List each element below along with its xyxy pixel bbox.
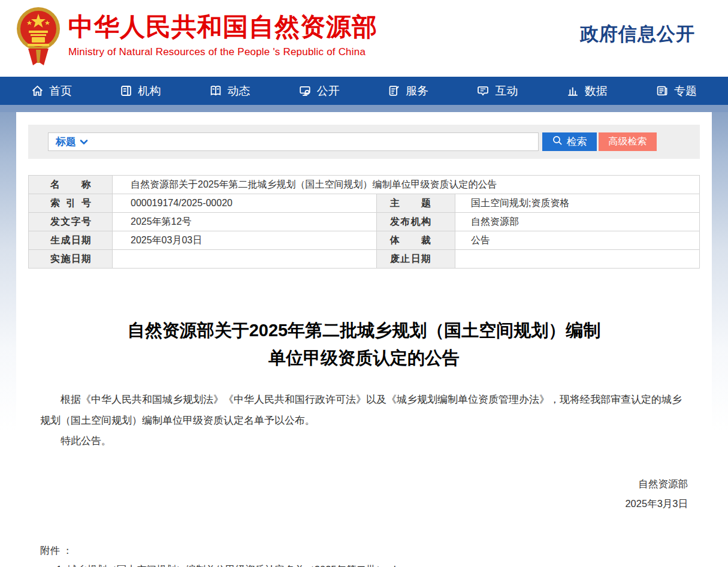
nav-label: 数据 <box>585 83 608 99</box>
meta-value-index-no: 000019174/2025-00020 <box>113 194 377 213</box>
nav-label: 互动 <box>495 83 518 99</box>
document-body: 根据《中华人民共和国城乡规划法》《中华人民共和国行政许可法》以及《城乡规划编制单… <box>40 390 688 453</box>
news-book-icon <box>209 85 222 97</box>
nav-item-data[interactable]: 数据 <box>566 83 608 99</box>
body-paragraph: 特此公告。 <box>40 431 688 452</box>
special-topic-icon <box>655 85 669 97</box>
search-input[interactable] <box>88 133 531 150</box>
nav-divider-strip <box>0 105 728 112</box>
meta-label-repeal-date: 废止日期 <box>377 250 455 269</box>
meta-row: 索引号 000019174/2025-00020 主题 国土空间规划;资质资格 <box>29 194 700 213</box>
meta-value-name: 自然资源部关于2025年第二批城乡规划（国土空间规划）编制单位甲级资质认定的公告 <box>113 176 700 194</box>
signature-date: 2025年3月3日 <box>40 494 688 514</box>
nav-item-interaction[interactable]: 互动 <box>476 83 518 99</box>
nav-item-news[interactable]: 动态 <box>209 83 250 99</box>
meta-label-subject: 主题 <box>377 194 455 213</box>
brand-block: 中华人民共和国自然资源部 Ministry of Natural Resourc… <box>68 13 377 58</box>
nav-item-services[interactable]: 服务 <box>388 83 428 99</box>
search-button[interactable]: 检索 <box>542 132 597 151</box>
nav-label: 服务 <box>406 83 428 99</box>
nav-label: 首页 <box>49 83 72 99</box>
nav-label: 专题 <box>674 83 697 99</box>
meta-value-genre: 公告 <box>455 231 700 250</box>
meta-label-name: 名称 <box>29 176 113 194</box>
nav-label: 机构 <box>138 83 161 99</box>
search-section: 标题 检索 高级检索 <box>28 125 700 159</box>
page-background: 标题 检索 高级检索 名称 自然资源部关于2025年第二批城乡规划（国土空间规划… <box>0 112 728 567</box>
china-national-emblem-icon <box>16 7 61 69</box>
meta-value-repeal-date <box>455 250 700 269</box>
attachment-link[interactable]: 1. 城乡规划（国土空间规划）编制单位甲级资质认定名单（2025年第二批）.xl… <box>56 560 688 567</box>
nav-item-home[interactable]: 首页 <box>31 83 72 99</box>
body-paragraph: 根据《中华人民共和国城乡规划法》《中华人民共和国行政许可法》以及《城乡规划编制单… <box>40 390 688 432</box>
meta-label-index-no: 索引号 <box>29 194 113 213</box>
attachments-list: 1. 城乡规划（国土空间规划）编制单位甲级资质认定名单（2025年第二批）.xl… <box>56 560 688 567</box>
meta-label-gen-date: 生成日期 <box>29 231 113 250</box>
meta-row-name: 名称 自然资源部关于2025年第二批城乡规划（国土空间规划）编制单位甲级资质认定… <box>29 176 700 194</box>
nav-item-disclosure[interactable]: 公开 <box>298 83 340 99</box>
meta-value-gen-date: 2025年03月03日 <box>113 231 377 250</box>
meta-value-subject: 国土空间规划;资质资格 <box>455 194 700 213</box>
meta-label-doc-no: 发文字号 <box>29 213 113 231</box>
meta-row: 生成日期 2025年03月03日 体裁 公告 <box>29 231 700 250</box>
search-field: 标题 <box>48 132 539 151</box>
document-title: 自然资源部关于2025年第二批城乡规划（国土空间规划）编制单位甲级资质认定的公告 <box>125 316 604 372</box>
magnifier-icon <box>552 135 563 149</box>
chat-bubble-icon <box>476 85 490 97</box>
nav-item-org[interactable]: 机构 <box>120 83 161 99</box>
signer: 自然资源部 <box>40 474 688 494</box>
site-title: 中华人民共和国自然资源部 <box>68 13 377 41</box>
signature-block: 自然资源部 2025年3月3日 <box>40 474 688 514</box>
nav-label: 动态 <box>228 83 250 99</box>
document-meta-table: 名称 自然资源部关于2025年第二批城乡规划（国土空间规划）编制单位甲级资质认定… <box>28 175 700 269</box>
attachments-label: 附件 ： <box>40 541 688 560</box>
meta-label-genre: 体裁 <box>377 231 455 250</box>
selector-label: 标题 <box>56 135 76 149</box>
meta-row: 发文字号 2025年第12号 发布机构 自然资源部 <box>29 213 700 231</box>
nav-label: 公开 <box>317 83 340 99</box>
announcement-article: 自然资源部关于2025年第二批城乡规划（国土空间规划）编制单位甲级资质认定的公告… <box>16 316 712 567</box>
search-field-selector[interactable]: 标题 <box>56 135 88 149</box>
site-header: 中华人民共和国自然资源部 Ministry of Natural Resourc… <box>0 0 728 77</box>
bar-chart-icon <box>566 85 579 97</box>
chevron-down-icon <box>80 136 88 148</box>
site-subtitle: Ministry of Natural Resources of the Peo… <box>68 46 377 58</box>
meta-label-impl-date: 实施日期 <box>29 250 113 269</box>
meta-value-issuer: 自然资源部 <box>455 213 700 231</box>
main-nav: 首页 机构 动态 公开 服务 互动 数据 专题 <box>0 77 728 105</box>
page-title: 政府信息公开 <box>580 22 695 47</box>
nav-item-topics[interactable]: 专题 <box>655 83 697 99</box>
meta-value-doc-no: 2025年第12号 <box>113 213 377 231</box>
meta-row: 实施日期 废止日期 <box>29 250 700 269</box>
service-edit-icon <box>388 85 400 97</box>
advanced-search-button[interactable]: 高级检索 <box>599 132 657 151</box>
attachments-section: 附件 ： 1. 城乡规划（国土空间规划）编制单位甲级资质认定名单（2025年第二… <box>40 541 688 567</box>
search-button-label: 检索 <box>567 135 587 149</box>
content-panel: 标题 检索 高级检索 名称 自然资源部关于2025年第二批城乡规划（国土空间规划… <box>16 112 712 567</box>
organization-icon <box>120 85 132 97</box>
meta-label-issuer: 发布机构 <box>377 213 455 231</box>
meta-value-impl-date <box>113 250 377 269</box>
home-icon <box>31 85 44 97</box>
disclosure-monitor-icon <box>298 85 312 97</box>
